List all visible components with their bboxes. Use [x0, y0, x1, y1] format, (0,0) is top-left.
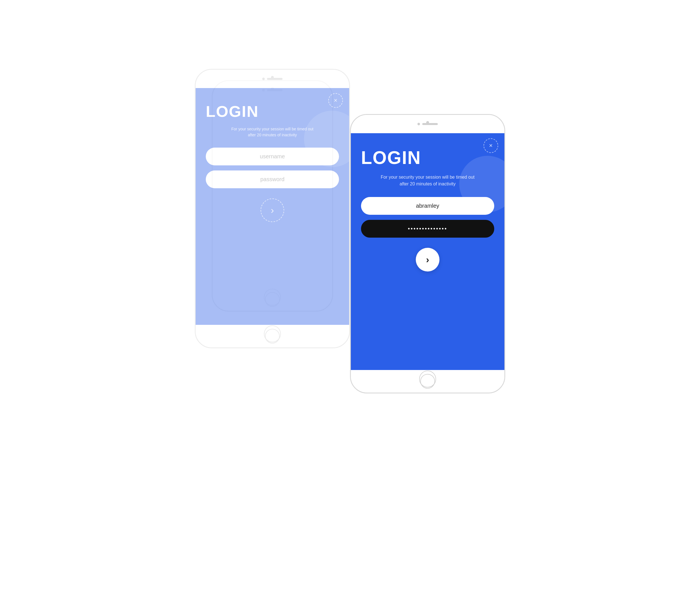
password-input-front[interactable]: [361, 220, 494, 238]
login-card-front: × LOGIN For your security your session w…: [351, 133, 504, 370]
login-card-back: × LOGIN For your security your session w…: [196, 88, 349, 325]
home-circle-front: [420, 374, 435, 389]
phone-back: × LOGIN For your security your session w…: [195, 69, 350, 348]
login-title-front: LOGIN: [361, 147, 421, 168]
submit-button-front[interactable]: ›: [416, 248, 440, 271]
close-icon-back: ×: [334, 97, 338, 104]
close-icon-front: ×: [489, 143, 493, 149]
card-clip-back: × LOGIN For your security your session w…: [196, 88, 349, 325]
speaker-dot-front: [417, 123, 420, 125]
password-input-back[interactable]: [206, 171, 339, 188]
submit-button-back[interactable]: ›: [260, 198, 284, 222]
phone-front-bottom: [351, 370, 504, 393]
arrow-icon-front: ›: [426, 254, 429, 265]
phone-front-top-bar: [351, 115, 504, 133]
speaker-bar-front: [422, 123, 438, 125]
scene: × LOGIN For your security your session w…: [195, 69, 505, 521]
home-circle-back: [265, 329, 280, 344]
login-title-back: LOGIN: [206, 102, 258, 121]
login-subtitle-back: For your security your session will be t…: [231, 126, 314, 138]
phone-back-bottom: [196, 325, 349, 347]
close-button-front[interactable]: ×: [484, 138, 498, 153]
speaker-bar-back: [267, 78, 283, 80]
close-button-back[interactable]: ×: [328, 93, 343, 108]
speaker-dot-back: [262, 77, 265, 80]
arrow-icon-back: ›: [271, 205, 274, 216]
phone-front: × LOGIN For your security your session w…: [350, 114, 505, 393]
phone-back-top-bar: [196, 70, 349, 88]
card-clip-front: × LOGIN For your security your session w…: [351, 133, 504, 370]
